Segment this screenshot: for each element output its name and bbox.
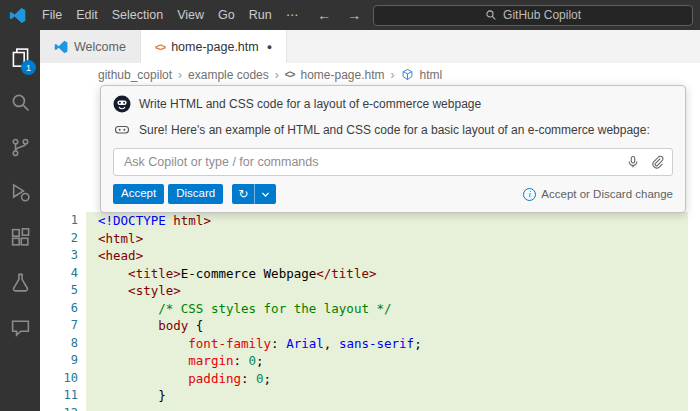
copilot-icon <box>113 95 131 113</box>
chevron-right-icon: › <box>178 68 182 82</box>
line-number: 4 <box>40 265 86 283</box>
breadcrumb-folder[interactable]: github_copilot <box>98 68 172 82</box>
info-icon: i <box>523 188 536 201</box>
line-number: 10 <box>40 370 86 388</box>
code-line[interactable]: 11 } <box>40 387 700 405</box>
chevron-down-button[interactable] <box>255 184 276 204</box>
line-number: 8 <box>40 335 86 353</box>
copilot-input[interactable] <box>122 154 616 170</box>
line-number: 1 <box>40 212 86 230</box>
html-file-icon: <> <box>285 69 295 80</box>
copilot-input-box <box>113 148 673 176</box>
attach-icon[interactable] <box>650 155 664 169</box>
code-text: /* CSS styles for the layout */ <box>86 300 688 318</box>
user-query: Write HTML and CSS code for a layout of … <box>139 97 481 111</box>
menu-edit[interactable]: Edit <box>69 0 105 30</box>
code-line[interactable]: 4 <title>E-commerce Webpage</title> <box>40 265 700 283</box>
tab-bar: Welcome <> home-page.htm ● <box>40 30 700 63</box>
vscode-window: FileEditSelectionViewGoRun ⋯ ← → GitHub … <box>0 0 700 411</box>
activity-search[interactable] <box>0 80 40 125</box>
rerun-split-button: ↻ <box>232 184 276 204</box>
tab-welcome[interactable]: Welcome <box>40 30 141 63</box>
code-text: <!DOCTYPE html> <box>86 212 688 230</box>
breadcrumb-folder[interactable]: example codes <box>188 68 269 82</box>
code-line[interactable]: 12 <box>40 405 700 411</box>
vscode-icon <box>54 40 68 54</box>
chevron-right-icon: › <box>275 68 279 82</box>
activity-explorer[interactable]: 1 <box>0 35 40 80</box>
breadcrumb: github_copilot › example codes › <> home… <box>40 63 700 86</box>
nav-history: ← → <box>305 7 373 23</box>
activity-run-debug[interactable] <box>0 170 40 215</box>
line-number: 9 <box>40 352 86 370</box>
search-label: GitHub Copilot <box>503 8 581 22</box>
accept-button[interactable]: Accept <box>113 184 164 204</box>
breadcrumb-file[interactable]: home-page.htm <box>300 68 384 82</box>
line-number: 2 <box>40 230 86 248</box>
code-line[interactable]: 2<html> <box>40 230 700 248</box>
code-text: <head> <box>86 247 688 265</box>
menu-run[interactable]: Run <box>242 0 279 30</box>
command-center-search[interactable]: GitHub Copilot <box>373 5 693 26</box>
code-line[interactable]: 3<head> <box>40 247 700 265</box>
html-file-icon: <> <box>155 41 165 53</box>
code-text: } <box>86 387 688 405</box>
editor-group: Welcome <> home-page.htm ● github_copilo… <box>40 30 700 411</box>
copilot-face-icon <box>113 121 131 139</box>
activity-extensions[interactable] <box>0 215 40 260</box>
code-text: font-family: Arial, sans-serif; <box>86 335 688 353</box>
title-bar: FileEditSelectionViewGoRun ⋯ ← → GitHub … <box>0 0 700 30</box>
code-text: <style> <box>86 282 688 300</box>
line-number: 7 <box>40 317 86 335</box>
code-text: margin: 0; <box>86 352 688 370</box>
rerun-button[interactable]: ↻ <box>232 184 255 204</box>
copilot-inline-chat: Write HTML and CSS code for a layout of … <box>100 85 686 213</box>
tab-label: home-page.htm <box>171 40 259 54</box>
menu-view[interactable]: View <box>170 0 211 30</box>
scrollbar[interactable] <box>688 212 700 411</box>
activity-comments[interactable] <box>0 305 40 350</box>
menu-selection[interactable]: Selection <box>105 0 170 30</box>
accept-discard-hint: i Accept or Discard change <box>523 188 673 201</box>
search-icon <box>485 9 497 21</box>
code-line[interactable]: 5 <style> <box>40 282 700 300</box>
code-line[interactable]: 1<!DOCTYPE html> <box>40 212 700 230</box>
code-line[interactable]: 8 font-family: Arial, sans-serif; <box>40 335 700 353</box>
menu-go[interactable]: Go <box>211 0 242 30</box>
discard-button[interactable]: Discard <box>168 184 223 204</box>
code-text: padding: 0; <box>86 370 688 388</box>
chat-actions: Accept Discard ↻ i Accept or Discard cha… <box>101 182 685 206</box>
line-number: 3 <box>40 247 86 265</box>
code-text <box>86 405 688 411</box>
code-line[interactable]: 7 body { <box>40 317 700 335</box>
chat-response-row: Sure! Here's an example of HTML and CSS … <box>101 117 685 143</box>
tab-home-page[interactable]: <> home-page.htm ● <box>141 30 287 63</box>
unsaved-indicator[interactable]: ● <box>267 42 272 52</box>
line-number: 12 <box>40 405 86 411</box>
nav-back-button[interactable]: ← <box>317 7 331 23</box>
vscode-logo-icon <box>9 7 26 24</box>
code-text: body { <box>86 317 688 335</box>
activity-source-control[interactable] <box>0 125 40 170</box>
html-symbol-icon <box>401 68 414 81</box>
code-text: <html> <box>86 230 688 248</box>
code-line[interactable]: 10 padding: 0; <box>40 370 700 388</box>
more-menu-button[interactable]: ⋯ <box>279 0 306 30</box>
code-line[interactable]: 9 margin: 0; <box>40 352 700 370</box>
menu-file[interactable]: File <box>35 0 69 30</box>
hint-text: Accept or Discard change <box>541 188 673 200</box>
editor[interactable]: 1<!DOCTYPE html>2<html>3<head>4 <title>E… <box>40 212 700 411</box>
microphone-icon[interactable] <box>626 155 640 169</box>
breadcrumb-symbol[interactable]: html <box>420 68 443 82</box>
code-lines: 1<!DOCTYPE html>2<html>3<head>4 <title>E… <box>40 212 700 411</box>
chat-query-row: Write HTML and CSS code for a layout of … <box>101 91 685 117</box>
code-text: <title>E-commerce Webpage</title> <box>86 265 688 283</box>
explorer-badge: 1 <box>21 60 36 75</box>
code-line[interactable]: 6 /* CSS styles for the layout */ <box>40 300 700 318</box>
copilot-response: Sure! Here's an example of HTML and CSS … <box>139 123 650 137</box>
line-number: 11 <box>40 387 86 405</box>
line-number: 6 <box>40 300 86 318</box>
chevron-right-icon: › <box>391 68 395 82</box>
activity-testing[interactable] <box>0 260 40 305</box>
nav-forward-button[interactable]: → <box>347 7 361 23</box>
